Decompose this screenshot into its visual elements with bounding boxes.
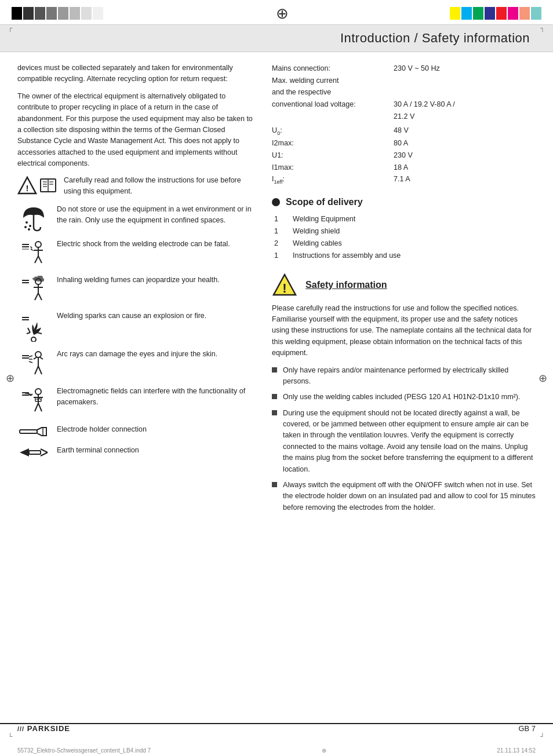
- svg-line-44: [29, 356, 32, 357]
- specs-row-7: U1: 230 V: [272, 149, 536, 162]
- corner-mark-bl: └: [8, 733, 13, 740]
- corner-mark-tl: ┌: [8, 24, 13, 31]
- icon-row-wet: Do not store or use the equipment in a w…: [17, 204, 254, 232]
- book-icon: [39, 177, 57, 193]
- para-1: devices must be collected separately and…: [17, 63, 254, 85]
- scope-item-text-4: Instructions for assembly and use: [293, 250, 401, 262]
- icon-text-earth: Earth terminal connection: [57, 445, 139, 456]
- right-crosshair: ⊕: [539, 372, 547, 385]
- scope-section: Scope of delivery 1 Welding Equipment 1 …: [272, 197, 536, 262]
- safety-bullet-4: Always switch the equipment off with the…: [272, 480, 536, 513]
- color-bar-red: [496, 7, 507, 20]
- svg-line-42: [35, 366, 38, 374]
- color-bars-container: ⊕: [0, 0, 553, 22]
- safety-section: ! Safety information Please carefully re…: [272, 273, 536, 513]
- specs-row-6: I2max: 80 A: [272, 137, 536, 149]
- warning-triangle-icon: !: [17, 176, 37, 195]
- spec-label-9: I1eff:: [272, 173, 394, 186]
- icon-cell-emf: [17, 386, 50, 417]
- svg-line-52: [35, 403, 38, 411]
- safety-bullet-1: Only have repairs and/or maintenance per…: [272, 365, 536, 388]
- icon-text-wet: Do not store or use the equipment in a w…: [57, 204, 254, 226]
- spec-label-3: and the respective: [272, 86, 394, 98]
- corner-mark-br: ┘: [540, 733, 545, 740]
- svg-line-20: [35, 256, 38, 263]
- svg-line-27: [35, 293, 38, 300]
- svg-rect-55: [20, 430, 37, 433]
- color-bar-lightblue: [531, 7, 541, 20]
- icon-text-electric: Electric shock from the welding electrod…: [57, 239, 230, 250]
- svg-line-58: [41, 449, 48, 452]
- icon-cell-fire: [17, 311, 50, 342]
- black-bar-8: [93, 7, 103, 20]
- color-bar-pink: [519, 7, 530, 20]
- svg-rect-57: [29, 451, 41, 454]
- spec-value-1: 230 V ~ 50 Hz: [394, 63, 440, 75]
- electrode-holder-conn-icon: [19, 425, 49, 438]
- safety-bullets-list: Only have repairs and/or maintenance per…: [272, 365, 536, 514]
- black-bar-7: [81, 7, 92, 20]
- safety-bullet-text-3: During use the equipment should not be l…: [283, 408, 536, 475]
- color-bar-cyan: [461, 7, 472, 20]
- left-column: devices must be collected separately and…: [17, 63, 266, 518]
- icon-row-electric: Electric shock from the welding electrod…: [17, 239, 254, 268]
- footer-logo: /// PARKSIDE: [17, 724, 70, 733]
- spec-label-2: Max. welding current: [272, 75, 394, 87]
- icon-cell-wet: [17, 204, 50, 232]
- umbrella-icon: [21, 205, 46, 232]
- icon-cell-arc: [17, 349, 50, 379]
- scope-list: 1 Welding Equipment 1 Welding shield 2 W…: [272, 213, 536, 262]
- icon-row-emf: Electromagnetic fields can interfere wit…: [17, 386, 254, 417]
- icon-row-read: ! Carefully read and follow the instruct…: [17, 175, 254, 197]
- spec-label-8: I1max:: [272, 162, 394, 174]
- footer-page: GB 7: [518, 724, 536, 733]
- bullet-icon-1: [272, 367, 277, 372]
- specs-row-4: conventional load voltage: 30 A / 19.2 V…: [272, 98, 536, 122]
- svg-line-34: [37, 333, 42, 334]
- svg-point-38: [35, 352, 41, 357]
- main-content: devices must be collected separately and…: [0, 52, 553, 518]
- scope-item-2: 1 Welding shield: [274, 225, 536, 238]
- scope-qty-3: 2: [274, 238, 285, 250]
- icon-text-emf: Electromagnetic fields can interfere wit…: [57, 386, 254, 408]
- spec-label-4: conventional load voltage:: [272, 98, 394, 122]
- svg-text:!: !: [282, 281, 286, 295]
- scope-dot-icon: [272, 198, 280, 206]
- page-title: Introduction / Safety information: [340, 31, 530, 45]
- crosshair-top: ⊕: [115, 5, 450, 23]
- svg-line-46: [29, 361, 32, 363]
- color-bar-blue: [485, 7, 495, 20]
- scope-item-4: 1 Instructions for assembly and use: [274, 250, 536, 262]
- icon-text-arc: Arc rays can damage the eyes and injure …: [57, 349, 217, 360]
- svg-text:!: !: [26, 183, 29, 193]
- arc-rays-icon: [21, 350, 46, 379]
- icon-cell-read: !: [17, 175, 57, 195]
- black-bar-4: [46, 7, 57, 20]
- corner-mark-tr: ┐: [540, 24, 545, 31]
- bullet-icon-2: [272, 394, 277, 399]
- footer-date: 21.11.13 14:52: [497, 747, 536, 754]
- black-bar-3: [35, 7, 45, 20]
- scope-item-1: 1 Welding Equipment: [274, 213, 536, 225]
- color-bar-magenta: [508, 7, 518, 20]
- spec-label-7: U1:: [272, 149, 394, 162]
- safety-bullet-3: During use the equipment should not be l…: [272, 408, 536, 475]
- svg-line-53: [38, 403, 42, 411]
- specs-row-1: Mains connection: 230 V ~ 50 Hz: [272, 63, 536, 75]
- svg-line-41: [39, 357, 43, 359]
- logo-bars: ///: [17, 725, 24, 732]
- fumes-icon: [21, 276, 46, 304]
- icon-cell-earth: [17, 445, 50, 459]
- black-bars: [12, 7, 103, 20]
- icon-row-electrode-holder: Electrode holder connection: [17, 424, 254, 438]
- earth-terminal-icon: [19, 446, 49, 459]
- safety-bullet-text-4: Always switch the equipment off with the…: [283, 480, 536, 513]
- icon-row-earth: Earth terminal connection: [17, 445, 254, 459]
- icon-text-fire: Welding sparks can cause an explosion or…: [57, 311, 206, 322]
- spec-value-4: 30 A / 19.2 V-80 A /21.2 V: [394, 98, 455, 122]
- svg-point-10: [26, 221, 28, 224]
- footer-crosshair-bottom: ⊕: [322, 747, 326, 754]
- icon-cell-electrode-holder: [17, 424, 50, 438]
- svg-line-59: [41, 452, 48, 456]
- specs-row-3: and the respective: [272, 86, 536, 98]
